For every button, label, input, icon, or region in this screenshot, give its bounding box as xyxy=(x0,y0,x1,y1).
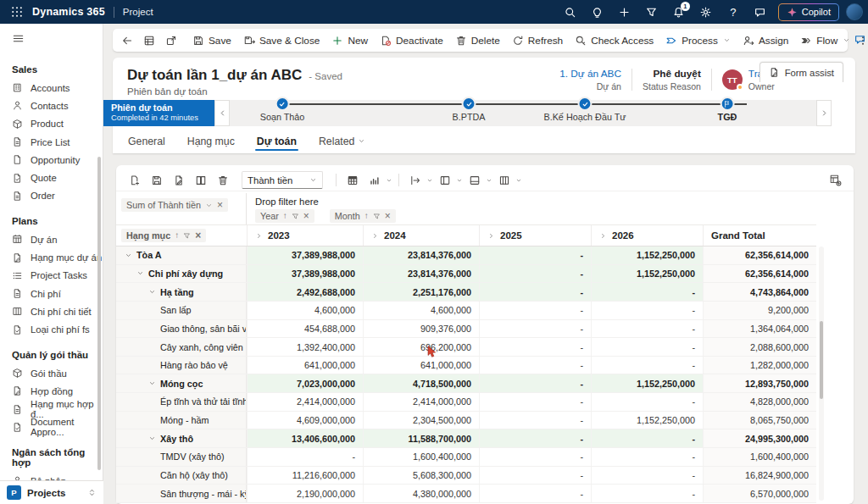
save-layout-icon[interactable] xyxy=(147,171,167,190)
pivot-cell[interactable]: 4,718,500,000 xyxy=(363,374,479,392)
sidebar-item-product[interactable]: Product xyxy=(0,115,103,133)
chip-filter-icon[interactable] xyxy=(292,213,299,220)
sidebar-item-accounts[interactable]: Accounts xyxy=(0,79,103,97)
field-list-icon[interactable] xyxy=(825,171,845,190)
pivot-cell[interactable]: 23,814,376,000 xyxy=(363,246,479,264)
export-icon[interactable] xyxy=(405,171,426,190)
filter-icon[interactable] xyxy=(641,1,663,23)
pivot-cell[interactable]: 1,600,400,000 xyxy=(363,448,479,466)
pivot-row-m-ng-c-c[interactable]: Móng cọc7,023,000,0004,718,500,000-1,152… xyxy=(116,374,816,393)
tab-d-to-n[interactable]: Dự toán xyxy=(257,129,297,153)
column-header-2026[interactable]: 2026 xyxy=(591,225,703,246)
cmd-delete[interactable]: Delete xyxy=(450,30,505,51)
tab-related[interactable]: Related xyxy=(319,129,365,153)
panel-layout-icon[interactable] xyxy=(435,171,463,190)
pivot-row-label[interactable]: Hàng rào bảo vệ xyxy=(116,357,247,374)
sort-asc-icon[interactable]: ↑ xyxy=(364,212,369,220)
pivot-cell[interactable]: 1,152,250,000 xyxy=(591,374,703,392)
pivot-cell[interactable]: - xyxy=(479,448,591,466)
bpf-active-stage-box[interactable]: Phiên dự toánCompleted in 42 minutes xyxy=(103,100,214,126)
tab-h-ng-m-c[interactable]: Hạng mục xyxy=(187,129,235,153)
expand-column-icon[interactable] xyxy=(371,232,379,240)
pivot-cell[interactable]: 2,190,000,000 xyxy=(247,485,363,502)
pivot-cell[interactable]: 4,828,000,000 xyxy=(703,393,816,411)
pivot-cell[interactable]: - xyxy=(591,283,703,301)
pivot-cell[interactable]: 641,000,000 xyxy=(247,357,363,374)
pivot-row-label[interactable]: San lấp xyxy=(116,302,247,319)
pivot-cell[interactable]: 2,414,000,000 xyxy=(247,393,363,411)
pivot-cell[interactable]: 5,608,300,000 xyxy=(363,467,479,485)
expand-column-icon[interactable] xyxy=(255,232,263,240)
pivot-cell[interactable]: 11,216,600,000 xyxy=(247,467,363,485)
pivot-cell[interactable]: 37,389,988,000 xyxy=(247,246,363,264)
pivot-row-label[interactable]: Ép tĩnh và thử tải tĩnh, é... xyxy=(116,393,247,411)
sidebar-item-contacts[interactable]: Contacts xyxy=(0,97,103,114)
back-icon[interactable] xyxy=(121,30,133,51)
sidebar-item-document-appro[interactable]: Document Appro... xyxy=(0,418,103,436)
pivot-cell[interactable]: - xyxy=(591,467,703,485)
sidebar-item-price-list[interactable]: Price List xyxy=(0,133,103,151)
sidebar-item-opportunity[interactable]: Opportunity xyxy=(0,151,103,169)
pivot-cell[interactable]: - xyxy=(479,429,591,447)
header-field-value[interactable]: 1. Dự án ABC xyxy=(559,68,621,80)
chevron-down-icon[interactable] xyxy=(205,202,213,209)
pivot-row-s-n-th-ng-m-i-k-t[interactable]: Sân thượng - mái - kỹ t...2,190,000,0004… xyxy=(116,485,816,503)
cmd-save-close[interactable]: Save & Close xyxy=(238,30,325,51)
column-field-chip-year[interactable]: Year↑× xyxy=(255,209,314,223)
pivot-cell[interactable]: 1,600,400,000 xyxy=(703,448,816,466)
pivot-cell[interactable]: - xyxy=(591,357,703,374)
table-view-icon[interactable] xyxy=(342,171,363,190)
pivot-cell[interactable]: 1,152,250,000 xyxy=(591,246,703,264)
stage-tg[interactable]: TGĐ xyxy=(718,100,737,122)
sidebar-item-project-tasks[interactable]: Project Tasks xyxy=(0,267,103,285)
pivot-row-label[interactable]: Giao thông, sân bãi và h... xyxy=(116,320,247,338)
pivot-row-label[interactable]: Tòa A xyxy=(116,246,247,264)
sidebar-scrollbar[interactable] xyxy=(97,157,101,470)
stage-b-k-ho-ch-u-t[interactable]: B.Kế Hoạch Đầu Tư xyxy=(543,100,626,122)
expand-column-icon[interactable] xyxy=(599,232,607,240)
bpf-prev-button[interactable] xyxy=(214,100,230,126)
pivot-cell[interactable]: 4,743,864,000 xyxy=(703,283,816,301)
column-header-2025[interactable]: 2025 xyxy=(479,225,591,246)
pivot-row-c-y-xanh-c-ng-vi-n[interactable]: Cây xanh, công viên1,392,400,000696,200,… xyxy=(116,338,816,357)
pivot-cell[interactable]: 24,995,300,000 xyxy=(703,429,816,447)
pivot-cell[interactable]: 2,414,000,000 xyxy=(363,393,479,411)
stage-check-icon[interactable] xyxy=(462,97,476,111)
pivot-cell[interactable]: 9,200,000 xyxy=(703,302,816,319)
search-icon[interactable] xyxy=(559,1,581,23)
chip-filter-icon[interactable] xyxy=(373,213,381,220)
stage-check-icon[interactable] xyxy=(275,97,289,111)
pivot-cell[interactable]: - xyxy=(479,412,591,429)
window-layout-icon[interactable] xyxy=(465,171,492,190)
pivot-row-label[interactable]: Cây xanh, công viên xyxy=(116,338,247,356)
stage-b-ptda[interactable]: B.PTDA xyxy=(453,100,486,122)
sidebar-item-chi-ph[interactable]: Chi phí xyxy=(0,285,103,302)
pivot-row-san-l-p[interactable]: San lấp4,600,0004,600,000--9,200,000 xyxy=(116,302,816,320)
pivot-cell[interactable]: 2,251,176,000 xyxy=(363,283,479,301)
pivot-cell[interactable]: - xyxy=(247,448,363,466)
collapse-caret-icon[interactable] xyxy=(136,269,144,277)
pivot-cell[interactable]: 13,406,600,000 xyxy=(247,429,363,447)
cmd-new[interactable]: New xyxy=(326,30,373,51)
pivot-cell[interactable]: 1,152,250,000 xyxy=(591,412,703,429)
column-header-2023[interactable]: 2023 xyxy=(247,225,363,246)
user-avatar[interactable] xyxy=(846,3,863,20)
table-view-icon[interactable] xyxy=(342,171,363,190)
pivot-row-chi-ph-x-y-d-ng[interactable]: Chi phí xây dựng37,389,988,00023,814,376… xyxy=(116,265,816,284)
help-icon[interactable]: ? xyxy=(722,1,744,23)
collapse-caret-icon[interactable] xyxy=(148,288,156,296)
waffle-icon[interactable] xyxy=(5,0,29,24)
tab-general[interactable]: General xyxy=(128,129,165,153)
pivot-row-h-t-ng[interactable]: Hạ tầng2,492,688,0002,251,176,000--4,743… xyxy=(116,283,816,302)
column-split-icon[interactable] xyxy=(494,171,522,190)
pivot-row-giao-th-ng-s-n-b-i-v-h[interactable]: Giao thông, sân bãi và h...454,688,00090… xyxy=(116,320,816,339)
owner-avatar[interactable]: TT xyxy=(722,69,743,90)
save-as-icon[interactable] xyxy=(169,171,189,190)
pivot-row-label[interactable]: Hạ tầng xyxy=(116,283,247,301)
measure-chip[interactable]: Sum of Thành tiền× xyxy=(121,198,228,212)
sidebar-item-h-ng-m-c-d-n[interactable]: Hạng mục dự án xyxy=(0,248,103,266)
stage-flag-icon[interactable] xyxy=(720,97,734,111)
pivot-row-c-n-h-x-y-th[interactable]: Căn hộ (xây thô)11,216,600,0005,608,300,… xyxy=(116,467,816,485)
pivot-row-x-y-th[interactable]: Xây thô13,406,600,00011,588,700,000--24,… xyxy=(116,429,816,448)
expand-column-icon[interactable] xyxy=(487,232,495,240)
